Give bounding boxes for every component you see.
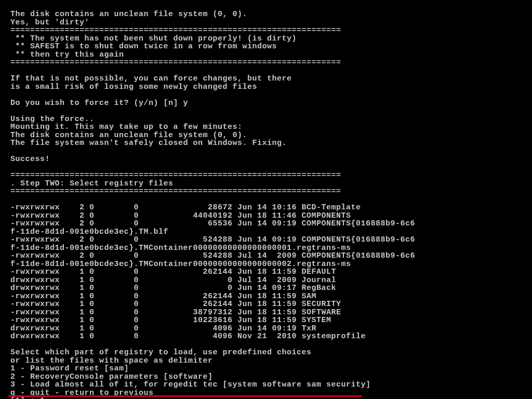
console-line: The disk contains an unclean file system… — [10, 10, 532, 19]
console-line — [10, 107, 532, 115]
console-line: The disk contains an unclean file system… — [10, 131, 532, 140]
console-line: ========================================… — [10, 26, 532, 35]
console-line: 1 - Password reset [sam] — [10, 365, 532, 373]
console-line — [10, 148, 532, 156]
console-line: -rwxrwxrwx 1 0 0 262144 Jun 18 11:59 SAM — [10, 292, 532, 301]
console-line: is a small risk of losing some newly cha… — [10, 83, 532, 91]
console-line: ========================================… — [10, 188, 532, 196]
console-line: drwxrwxrwx 1 0 0 4096 Jun 14 09:19 TxR — [10, 325, 532, 333]
annotation-underline — [8, 395, 362, 397]
console-line: 3 - Load almost all of it, for regedit t… — [10, 381, 532, 389]
console-line: f-11de-8d1d-001e0bcde3ec}.TMContainer000… — [10, 244, 532, 252]
console-line: ========================================… — [10, 59, 532, 67]
terminal-screen[interactable]: The disk contains an unclean file system… — [0, 0, 532, 399]
console-line: -rwxrwxrwx 2 0 0 524288 Jul 14 2009 COMP… — [10, 252, 532, 260]
console-line: Success! — [10, 155, 532, 164]
console-line: f-11de-8d1d-001e0bcde3ec}.TM.blf — [10, 228, 532, 236]
console-line: -rwxrwxrwx 1 0 0 262144 Jun 18 11:59 DEF… — [10, 268, 532, 276]
console-line: -rwxrwxrwx 2 0 0 65536 Jun 14 09:19 COMP… — [10, 220, 532, 228]
console-line: -rwxrwxrwx 1 0 0 10223616 Jun 18 11:59 S… — [10, 316, 532, 325]
console-line: Using the force.. — [10, 115, 532, 124]
console-line: If that is not possible, you can force c… — [10, 75, 532, 83]
console-line: drwxrwxrwx 1 0 0 0 Jul 14 2009 Journal — [10, 276, 532, 285]
console-line: or list the files with space as delimite… — [10, 357, 532, 365]
console-line: Yes, but 'dirty' — [10, 19, 532, 27]
console-line: drwxrwxrwx 1 0 0 4096 Nov 21 2010 system… — [10, 332, 532, 341]
console-line: Select which part of registry to load, u… — [10, 349, 532, 357]
console-line: drwxrwxrwx 1 0 0 0 Jun 14 09:17 RegBack — [10, 284, 532, 292]
console-line: -rwxrwxrwx 1 0 0 38797312 Jun 18 11:59 S… — [10, 309, 532, 317]
console-line — [10, 196, 532, 204]
console-output: The disk contains an unclean file system… — [0, 0, 532, 399]
console-line: Do you wish to force it? (y/n) [n] y — [10, 99, 532, 108]
console-line: 2 - RecoveryConsole parameters [software… — [10, 373, 532, 381]
console-line: -rwxrwxrwx 2 0 0 524288 Jun 14 09:19 COM… — [10, 236, 532, 244]
console-line: -rwxrwxrwx 2 0 0 44040192 Jun 18 11:46 C… — [10, 212, 532, 220]
console-line: . Step TWO: Select registry files — [10, 180, 532, 188]
console-line — [10, 341, 532, 349]
console-line: The file system wasn't safely closed on … — [10, 139, 532, 148]
console-line — [10, 164, 532, 172]
console-line: -rwxrwxrwx 2 0 0 28672 Jun 14 10:16 BCD-… — [10, 204, 532, 212]
console-line: ** The system has not been shut down pro… — [10, 35, 532, 43]
console-line: ** then try this again — [10, 51, 532, 59]
prompt-line[interactable]: [1] : 1 — [10, 397, 532, 399]
console-line: Mounting it. This may take up to a few m… — [10, 123, 532, 131]
console-line — [10, 67, 532, 75]
console-line: ========================================… — [10, 171, 532, 180]
console-line: -rwxrwxrwx 1 0 0 262144 Jun 18 11:59 SEC… — [10, 300, 532, 309]
console-line: f-11de-8d1d-001e0bcde3ec}.TMContainer000… — [10, 260, 532, 269]
console-line — [10, 91, 532, 99]
console-line: ** SAFEST is to shut down twice in a row… — [10, 43, 532, 51]
